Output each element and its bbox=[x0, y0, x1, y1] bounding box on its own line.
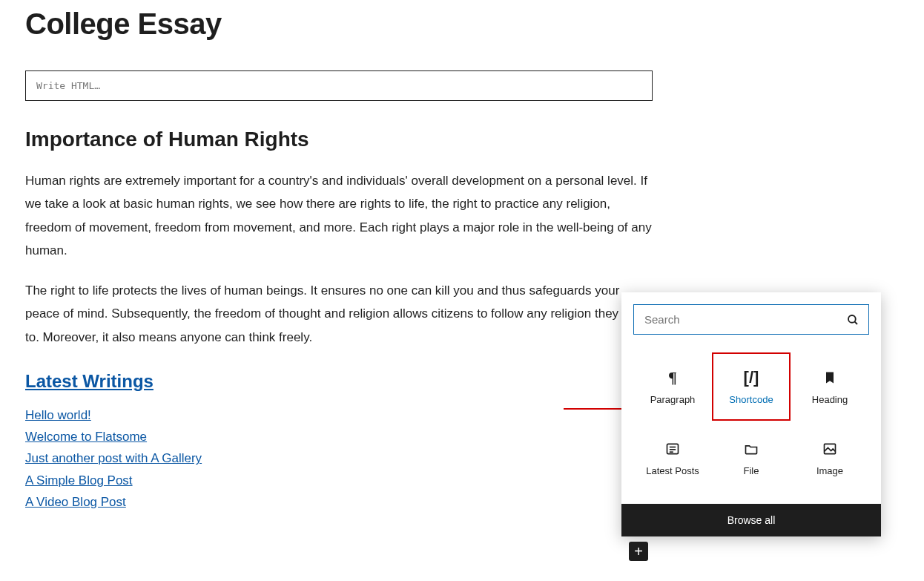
svg-line-1 bbox=[854, 321, 857, 324]
block-shortcode[interactable]: [/] Shortcode bbox=[712, 352, 791, 421]
block-paragraph[interactable]: ¶ Paragraph bbox=[633, 352, 712, 421]
post-title[interactable]: College Essay bbox=[25, 7, 653, 41]
block-inserter-popover: ¶ Paragraph [/] Shortcode Heading Latest… bbox=[621, 292, 881, 536]
post-link[interactable]: Just another post with A Gallery bbox=[25, 451, 202, 465]
block-label: Latest Posts bbox=[646, 465, 699, 476]
add-block-button[interactable]: + bbox=[629, 542, 648, 561]
post-link[interactable]: A Simple Blog Post bbox=[25, 473, 133, 488]
editor-canvas: College Essay Write HTML… Importance of … bbox=[0, 7, 653, 512]
paragraph-block[interactable]: The right to life protects the lives of … bbox=[25, 279, 653, 349]
post-link[interactable]: Welcome to Flatsome bbox=[25, 430, 147, 444]
block-label: File bbox=[744, 465, 759, 476]
block-search-input[interactable] bbox=[643, 312, 846, 326]
svg-point-0 bbox=[848, 315, 856, 323]
block-search[interactable] bbox=[633, 304, 869, 335]
search-icon bbox=[846, 313, 859, 326]
block-label: Image bbox=[816, 465, 843, 476]
heading-block[interactable]: Importance of Human Rights bbox=[25, 128, 653, 151]
post-link[interactable]: A Video Blog Post bbox=[25, 495, 126, 509]
block-file[interactable]: File bbox=[712, 424, 791, 492]
latest-posts-list: Hello world! Welcome to Flatsome Just an… bbox=[25, 405, 653, 512]
list-item: Just another post with A Gallery bbox=[25, 448, 653, 468]
block-label: Shortcode bbox=[729, 394, 773, 405]
block-heading[interactable]: Heading bbox=[791, 352, 869, 421]
browse-all-button[interactable]: Browse all bbox=[621, 504, 881, 536]
bookmark-icon bbox=[821, 369, 839, 387]
block-image[interactable]: Image bbox=[791, 424, 869, 492]
block-latest-posts[interactable]: Latest Posts bbox=[633, 424, 712, 492]
custom-html-block[interactable]: Write HTML… bbox=[25, 70, 653, 101]
block-grid: ¶ Paragraph [/] Shortcode Heading Latest… bbox=[633, 352, 869, 492]
block-label: Heading bbox=[812, 394, 848, 405]
list-item: A Video Blog Post bbox=[25, 492, 653, 512]
list-item: Hello world! bbox=[25, 405, 653, 425]
image-icon bbox=[821, 440, 839, 458]
latest-writings-heading[interactable]: Latest Writings bbox=[25, 371, 653, 392]
list-item: Welcome to Flatsome bbox=[25, 427, 653, 447]
list-item: A Simple Blog Post bbox=[25, 470, 653, 490]
block-label: Paragraph bbox=[650, 394, 696, 405]
folder-icon bbox=[742, 440, 760, 458]
paragraph-block[interactable]: Human rights are extremely important for… bbox=[25, 169, 653, 263]
list-icon bbox=[664, 440, 682, 458]
shortcode-icon: [/] bbox=[742, 369, 760, 387]
paragraph-icon: ¶ bbox=[664, 369, 682, 387]
post-link[interactable]: Hello world! bbox=[25, 408, 91, 422]
